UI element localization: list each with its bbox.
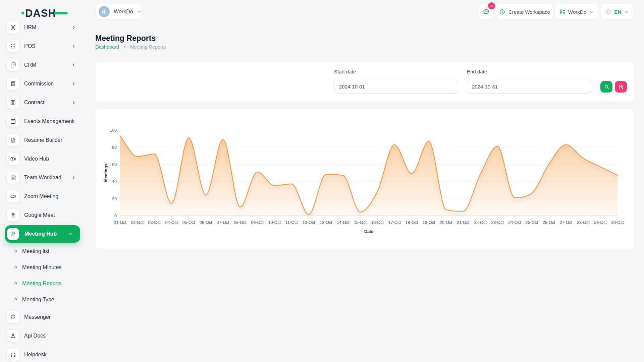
magnifier-icon [604, 84, 609, 90]
circle-plus-icon [499, 9, 505, 15]
language-selector[interactable]: EN [601, 4, 633, 19]
svg-text:07-Oct: 07-Oct [217, 220, 229, 225]
start-date-input[interactable] [334, 80, 458, 94]
create-workspace-button[interactable]: Create Workspace [496, 4, 553, 19]
svg-text:18-Oct: 18-Oct [406, 220, 418, 225]
end-date-label: End date [467, 69, 487, 74]
sidebar-item-video-hub[interactable]: Video Hub [0, 149, 85, 168]
workspace-chip[interactable]: WorkDo [96, 4, 142, 19]
breadcrumb: Dashboard Meeting Reports [95, 44, 166, 50]
sidebar-item-label: CRM [24, 62, 36, 68]
sidebar: HRM POS CRM [0, 19, 85, 362]
sidebar-item-crm[interactable]: CRM [0, 56, 85, 74]
sidebar-item-label: HRM [24, 24, 36, 31]
svg-text:14-Oct: 14-Oct [337, 220, 350, 225]
create-workspace-label: Create Workspace [508, 9, 550, 15]
language-label: EN [614, 9, 621, 15]
sidebar-item-zoom-meeting[interactable]: Zoom Meeting [0, 187, 85, 206]
sidebar-subitem-meeting-type[interactable]: Meeting Type [0, 292, 85, 308]
svg-text:60: 60 [112, 162, 117, 167]
svg-text:22-Oct: 22-Oct [474, 220, 487, 225]
user-focus-icon [7, 21, 19, 34]
sidebar-item-label: Resume Builder [24, 137, 62, 143]
svg-text:06-Oct: 06-Oct [200, 220, 212, 225]
svg-text:26-Oct: 26-Oct [543, 220, 555, 225]
svg-text:80: 80 [112, 145, 117, 150]
sidebar-item-label: Contract [24, 100, 44, 106]
sidebar-item-resume-builder[interactable]: Resume Builder [0, 131, 85, 149]
svg-text:04-Oct: 04-Oct [165, 220, 178, 225]
sidebar-subitem-label: Meeting Type [22, 297, 54, 303]
sidebar-item-events-management[interactable]: Events Management [0, 112, 85, 131]
svg-text:29-Oct: 29-Oct [594, 220, 607, 225]
sidebar-item-team-workload[interactable]: Team Workload [0, 168, 85, 187]
workspace-menu[interactable]: WorkDo [555, 4, 598, 19]
svg-text:15-Oct: 15-Oct [354, 220, 367, 225]
grid-dots-icon [7, 40, 19, 52]
sidebar-subitem-meeting-list[interactable]: Meeting list [0, 243, 85, 259]
sidebar-item-label: Video Hub [24, 156, 49, 162]
chevron-right-icon [71, 81, 76, 86]
reset-filter-button[interactable] [615, 81, 627, 93]
sidebar-item-contract[interactable]: Contract [0, 93, 85, 112]
meetings-chart-card: 02040608010001-Oct02-Oct03-Oct04-Oct05-O… [95, 109, 634, 249]
sidebar-item-label: Messenger [24, 314, 51, 320]
video-plus-icon [7, 153, 19, 165]
chat-bubble-icon [482, 8, 490, 16]
sidebar-subitem-meeting-minutes[interactable]: Meeting Minutes [0, 259, 85, 276]
sidebar-item-google-meet[interactable]: Google Meet [0, 206, 85, 225]
sidebar-item-messenger[interactable]: Messenger [0, 308, 85, 326]
sidebar-item-meeting-hub[interactable]: Meeting Hub [5, 225, 80, 243]
svg-text:27-Oct: 27-Oct [560, 220, 573, 225]
chevron-down-icon [624, 9, 629, 14]
document-seal-icon [7, 97, 19, 109]
sidebar-item-api-docs[interactable]: Api Docs [0, 326, 85, 345]
sidebar-item-pos[interactable]: POS [0, 37, 85, 56]
breadcrumb-dashboard-link[interactable]: Dashboard [95, 44, 119, 50]
svg-text:0: 0 [114, 214, 117, 218]
chevron-down-icon [589, 9, 594, 14]
sidebar-item-commission[interactable]: Commission [0, 74, 85, 93]
circle-bullet-icon [13, 282, 17, 286]
calculator-icon [7, 78, 19, 90]
document-icon [7, 134, 19, 146]
building-icon [101, 8, 108, 15]
svg-text:03-Oct: 03-Oct [148, 220, 161, 225]
svg-text:24-Oct: 24-Oct [508, 220, 521, 225]
sidebar-subitem-label: Meeting list [22, 248, 49, 254]
chevron-right-icon [71, 100, 76, 105]
calendar-icon [7, 115, 19, 127]
svg-text:20: 20 [112, 196, 117, 201]
overlap-squares-icon [7, 59, 19, 71]
dash-logo[interactable]: DASH [21, 7, 72, 19]
chat-bubble-icon [7, 311, 19, 323]
breadcrumb-current: Meeting Reports [130, 44, 166, 50]
sidebar-subitem-label: Meeting Minutes [22, 264, 61, 270]
chevron-right-icon [71, 25, 76, 30]
headphones-icon [7, 349, 19, 361]
svg-text:Meetings: Meetings [104, 164, 108, 182]
end-date-input[interactable] [467, 80, 591, 94]
clear-filter-icon [618, 84, 624, 90]
webcam-icon [7, 209, 19, 221]
sidebar-item-label: Team Workload [24, 175, 61, 181]
svg-text:08-Oct: 08-Oct [234, 220, 247, 225]
messages-button[interactable]: 0 [479, 4, 493, 19]
chevron-right-icon [71, 175, 76, 180]
workspace-avatar [99, 6, 110, 17]
svg-text:13-Oct: 13-Oct [320, 220, 332, 225]
search-button[interactable] [600, 81, 612, 93]
calendar-download-icon [7, 172, 19, 184]
sidebar-item-helpdesk[interactable]: Helpdesk [0, 345, 85, 362]
svg-text:16-Oct: 16-Oct [371, 220, 384, 225]
svg-text:05-Oct: 05-Oct [182, 220, 195, 225]
sidebar-item-label: Api Docs [24, 333, 46, 339]
sidebar-item-label: Zoom Meeting [24, 193, 58, 199]
users-icon [7, 228, 19, 240]
svg-text:21-Oct: 21-Oct [457, 220, 470, 225]
sidebar-subitem-meeting-reports[interactable]: Meeting Reports [0, 276, 85, 292]
svg-text:23-Oct: 23-Oct [491, 220, 504, 225]
sidebar-item-hrm[interactable]: HRM [0, 19, 85, 37]
chevron-right-icon [71, 119, 76, 124]
chevron-right-icon [122, 45, 127, 49]
